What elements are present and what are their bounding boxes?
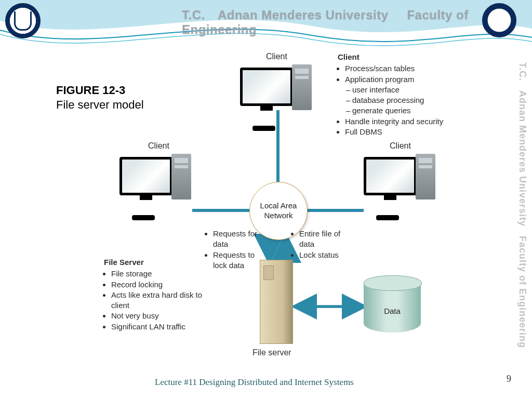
client-description: Client Process/scan tables Application p… [338, 52, 452, 137]
fileserver-description: File Server File storage Record locking … [104, 257, 208, 332]
client-computer-icon [119, 151, 197, 208]
file-server-label: File server [252, 348, 291, 357]
side-watermark: T.C. Adnan Menderes University Faculty o… [515, 62, 529, 384]
header-tc: T.C. [182, 8, 205, 22]
faculty-logo-icon [482, 3, 516, 37]
slide: T.C. Adnan Menderes University Faculty o… [0, 0, 532, 399]
footer-lecture-title: Lecture #11 Designing Distributed and In… [155, 377, 354, 388]
client-label-right: Client [390, 141, 411, 151]
client-computer-icon [364, 151, 442, 208]
diagram: Client Client Client Local Area Network … [104, 52, 468, 353]
client-label-left: Client [148, 141, 169, 151]
response-labels: Entire file of data Lock status [292, 229, 349, 260]
client-label-top: Client [266, 52, 287, 61]
file-server-icon [260, 260, 293, 344]
page-number: 9 [507, 374, 511, 384]
data-label: Data [364, 307, 421, 315]
data-cylinder-icon: Data [364, 275, 421, 338]
client-computer-icon [240, 61, 318, 118]
header-title: T.C. Adnan Menderes University Faculty o… [182, 8, 532, 37]
header-univ: Adnan Menderes University [218, 8, 389, 22]
header-banner: T.C. Adnan Menderes University Faculty o… [0, 0, 532, 47]
university-logo-icon [5, 3, 41, 38]
requests-labels: Requests for data Requests to lock data [206, 229, 263, 271]
